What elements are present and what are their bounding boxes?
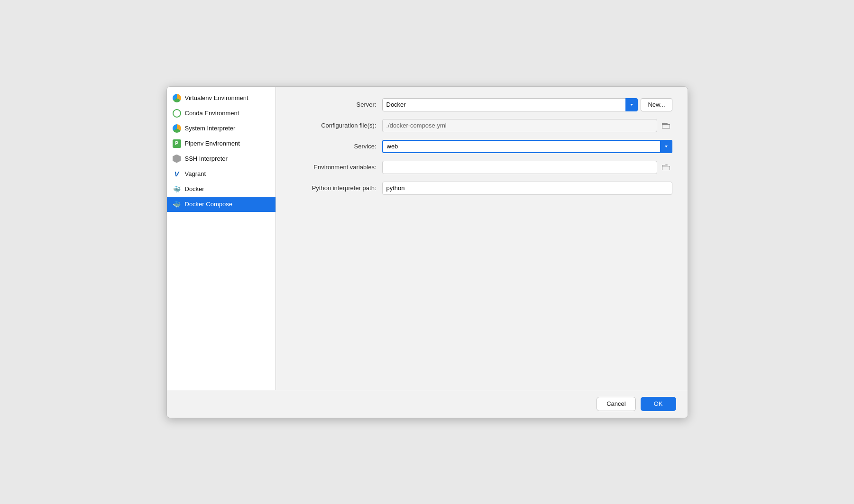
env-label: Environment variables:: [291, 164, 376, 171]
system-icon: [173, 124, 181, 133]
python-path-row: Python interpreter path:: [291, 182, 672, 195]
service-control-wrap: web: [382, 140, 672, 153]
python-path-control-wrap: [382, 182, 672, 195]
ssh-icon: [173, 155, 181, 163]
svg-rect-13: [665, 165, 668, 165]
sidebar-item-docker-compose[interactable]: 🐳 Docker Compose: [167, 197, 275, 212]
service-select[interactable]: web: [382, 140, 672, 153]
main-content: Server: Docker New... Configuration fil: [276, 87, 688, 390]
dialog-footer: Cancel OK: [167, 390, 688, 418]
sidebar-item-ssh[interactable]: SSH Interpreter: [167, 151, 275, 166]
env-input[interactable]: [382, 161, 657, 174]
sidebar-item-label: Pipenv Environment: [185, 140, 240, 147]
sidebar-item-system[interactable]: System Interpreter: [167, 121, 275, 136]
sidebar-item-label: Docker Compose: [185, 201, 232, 208]
server-row: Server: Docker New...: [291, 98, 672, 111]
python-path-label: Python interpreter path:: [291, 184, 376, 192]
svg-rect-11: [670, 166, 670, 170]
server-control-wrap: Docker New...: [382, 98, 672, 111]
sidebar-item-label: Conda Environment: [185, 110, 239, 117]
sidebar-item-pipenv[interactable]: P Pipenv Environment: [167, 136, 275, 151]
docker-compose-icon: 🐳: [173, 200, 181, 209]
config-input[interactable]: [382, 119, 657, 132]
config-control-wrap: [382, 119, 672, 132]
sidebar-item-virtualenv[interactable]: Virtualenv Environment: [167, 91, 275, 106]
sidebar-item-label: Vagrant: [185, 170, 206, 177]
svg-rect-12: [662, 166, 670, 166]
sidebar-item-label: Docker: [185, 185, 204, 192]
config-label: Configuration file(s):: [291, 122, 376, 129]
svg-rect-1: [662, 123, 666, 124]
svg-rect-8: [662, 165, 666, 165]
docker-icon: 🐳: [173, 185, 181, 193]
svg-rect-5: [662, 124, 670, 125]
server-select-wrapper: Docker: [382, 98, 638, 111]
ok-button[interactable]: OK: [641, 397, 676, 411]
sidebar-item-label: SSH Interpreter: [185, 155, 228, 162]
dialog-content: Virtualenv Environment Conda Environment…: [167, 87, 688, 390]
server-select[interactable]: Docker: [382, 98, 638, 111]
env-control-wrap: [382, 161, 672, 174]
dialog: Virtualenv Environment Conda Environment…: [166, 86, 688, 418]
virtualenv-icon: [173, 94, 181, 102]
svg-rect-2: [662, 123, 662, 128]
vagrant-icon: V: [173, 170, 181, 178]
svg-rect-6: [665, 123, 668, 124]
svg-rect-10: [662, 170, 670, 170]
conda-icon: [173, 109, 181, 118]
config-row: Configuration file(s):: [291, 119, 672, 132]
svg-rect-3: [662, 128, 670, 128]
config-folder-button[interactable]: [660, 119, 672, 132]
sidebar-item-docker[interactable]: 🐳 Docker: [167, 182, 275, 197]
python-path-input[interactable]: [382, 182, 672, 195]
pipenv-icon: P: [173, 139, 181, 148]
env-row: Environment variables:: [291, 161, 672, 174]
sidebar-item-conda[interactable]: Conda Environment: [167, 106, 275, 121]
service-row: Service: web: [291, 140, 672, 153]
svg-rect-4: [670, 124, 670, 128]
sidebar-item-vagrant[interactable]: V Vagrant: [167, 166, 275, 182]
svg-rect-9: [662, 165, 662, 170]
env-folder-button[interactable]: [660, 161, 672, 174]
server-label: Server:: [291, 101, 376, 108]
service-select-wrapper: web: [382, 140, 672, 153]
sidebar-item-label: System Interpreter: [185, 125, 236, 132]
cancel-button[interactable]: Cancel: [597, 397, 635, 411]
sidebar-item-label: Virtualenv Environment: [185, 94, 248, 101]
sidebar: Virtualenv Environment Conda Environment…: [167, 87, 276, 390]
service-label: Service:: [291, 143, 376, 150]
new-button[interactable]: New...: [641, 98, 672, 111]
